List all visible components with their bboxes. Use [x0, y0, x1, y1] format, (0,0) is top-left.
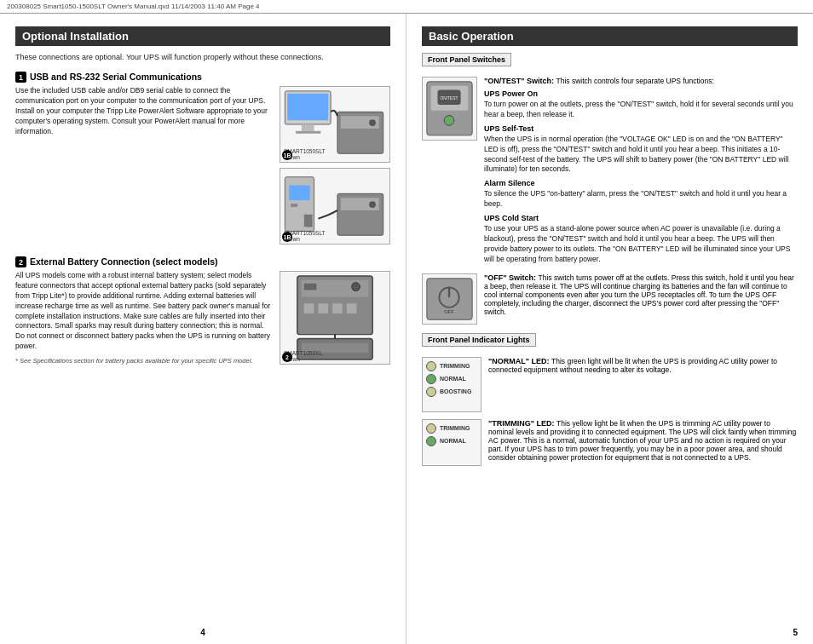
section1-title-text: USB and RS-232 Serial Communications: [30, 72, 202, 82]
svg-point-13: [369, 201, 376, 208]
svg-rect-8: [289, 186, 309, 201]
on-test-intro: This switch controls four separate UPS f…: [556, 77, 714, 85]
section2-title-text: External Battery Connection (select mode…: [30, 256, 218, 267]
device-box-1a: SMART1050SLT shown 1B: [280, 86, 390, 163]
svg-rect-16: [304, 284, 317, 290]
on-test-switch-image: ON/TEST: [422, 77, 477, 141]
on-test-title: "ON/TEST" Switch: This switch controls f…: [484, 77, 798, 85]
off-switch-text: "OFF" Switch: This switch turns power of…: [484, 273, 798, 325]
section2-number: 2: [15, 256, 26, 267]
section1-images: SMART1050SLT shown 1B: [280, 86, 390, 244]
alarm-silence-title: Alarm Silence: [484, 179, 798, 187]
front-panel-switches-label: Front Panel Switches: [422, 53, 511, 66]
section2-title: 2 External Battery Connection (select mo…: [15, 256, 390, 267]
normal-led-label: NORMAL: [440, 376, 466, 382]
trimming-led-title: "TRIMMING" LED: This yellow light be lit…: [488, 419, 798, 462]
svg-rect-18: [304, 303, 314, 313]
section1-body: Use the included USB cable and/or DB9 se…: [15, 86, 390, 244]
svg-text:ON/TEST: ON/TEST: [441, 96, 458, 101]
svg-rect-20: [332, 303, 343, 313]
led-row-normal: NORMAL: [426, 374, 477, 384]
svg-text:OFF: OFF: [444, 308, 454, 313]
trimming-led-label: TRIMMING: [440, 363, 470, 369]
trimming-led-text: "TRIMMING" LED: This yellow light be lit…: [488, 419, 798, 466]
svg-rect-19: [318, 303, 328, 313]
svg-point-29: [444, 116, 454, 126]
section1-text: Use the included USB cable and/or DB9 se…: [15, 86, 273, 244]
front-panel-indicator-container: Front Panel Indicator Lights: [422, 333, 798, 352]
off-switch-image: OFF: [422, 273, 477, 325]
on-test-switch-item: ON/TEST "ON/TEST" Switch: This switch co…: [422, 77, 798, 265]
svg-point-6: [369, 119, 376, 126]
normal-led-text: "NORMAL" LED: This green light will be l…: [488, 357, 798, 412]
ups-self-test-title: UPS Self-Test: [484, 124, 798, 133]
main-content: Optional Installation These connections …: [0, 14, 813, 644]
normal-led-section: TRIMMING NORMAL BOOSTING "NORMAL" LED: T…: [422, 357, 798, 412]
svg-rect-10: [304, 215, 313, 227]
svg-rect-2: [302, 124, 314, 131]
svg-rect-1: [287, 94, 328, 120]
metadata-text: 200308025 Smart1050-1500SLT Owner's Manu…: [7, 3, 260, 10]
off-svg: OFF: [423, 274, 476, 324]
device2-step: 2: [282, 352, 292, 362]
device-box-1b: SMART1050SLT shown 1B: [280, 168, 390, 244]
section2-body: All UPS models come with a robust intern…: [15, 271, 390, 366]
normal-led-label2: NORMAL: [440, 438, 466, 444]
alarm-silence-body: To silence the UPS "on-battery" alarm, p…: [484, 189, 798, 210]
off-switch-item: OFF "OFF" Switch: This switch turns powe…: [422, 273, 798, 325]
ups-power-on-title: UPS Power On: [484, 89, 798, 98]
section-usb-rs232: 1 USB and RS-232 Serial Communications U…: [15, 72, 390, 244]
svg-point-17: [352, 283, 360, 291]
ups-cold-start-title: UPS Cold Start: [484, 214, 798, 222]
right-page: Basic Operation Front Panel Switches ON/…: [406, 14, 813, 644]
boosting-led-label: BOOSTING: [440, 388, 471, 394]
svg-rect-9: [291, 204, 297, 207]
section1-number: 1: [15, 72, 26, 83]
section2-text: All UPS models come with a robust intern…: [15, 271, 273, 366]
boosting-led-circle: [426, 387, 436, 397]
left-page: Optional Installation These connections …: [0, 14, 406, 644]
led-row-trimming2: TRIMMING: [426, 423, 477, 434]
on-test-svg: ON/TEST: [423, 78, 476, 140]
off-switch-title: "OFF" Switch: This switch turns power of…: [484, 273, 798, 316]
trimming-indicator-image: TRIMMING NORMAL: [422, 419, 481, 466]
normal-led-title: "NORMAL" LED: This green light will be l…: [488, 357, 798, 374]
front-panel-switches-container: Front Panel Switches: [422, 53, 798, 72]
svg-rect-3: [296, 131, 320, 134]
ups-self-test-body: When the UPS is in normal operation (the…: [484, 135, 798, 175]
ups-cold-start-body: To use your UPS as a stand-alone power s…: [484, 224, 798, 265]
led-indicator-image: TRIMMING NORMAL BOOSTING: [422, 357, 481, 412]
right-section-header: Basic Operation: [422, 26, 798, 46]
device-box-2: SMART1050XL shown 2: [280, 271, 390, 365]
led-row-trimming: TRIMMING: [426, 361, 477, 371]
section2-images: SMART1050XL shown 2: [280, 271, 390, 366]
trimming-led-circle: [426, 361, 436, 371]
left-page-number: 4: [200, 628, 205, 637]
left-section-header: Optional Installation: [15, 26, 390, 46]
normal-led-circle2: [426, 436, 436, 446]
left-intro-text: These connections are optional. Your UPS…: [15, 53, 390, 61]
section1-title: 1 USB and RS-232 Serial Communications: [15, 72, 390, 83]
trimming-led-section: TRIMMING NORMAL "TRIMMING" LED: This yel…: [422, 419, 798, 466]
on-test-text-block: "ON/TEST" Switch: This switch controls f…: [484, 77, 798, 265]
led-row-boosting: BOOSTING: [426, 387, 477, 397]
section-external-battery: 2 External Battery Connection (select mo…: [15, 256, 390, 366]
svg-rect-21: [347, 303, 357, 313]
device1a-step: 1B: [282, 150, 292, 160]
led-row-normal2: NORMAL: [426, 436, 477, 446]
normal-led-circle: [426, 374, 436, 384]
trimming-led-circle2: [426, 423, 436, 434]
front-panel-indicator-label: Front Panel Indicator Lights: [422, 333, 536, 347]
section2-footnote: * See Specifications section for battery…: [15, 357, 273, 366]
top-metadata-bar: 200308025 Smart1050-1500SLT Owner's Manu…: [0, 0, 813, 14]
device1b-step: 1B: [282, 232, 292, 242]
trimming-led-label2: TRIMMING: [440, 425, 470, 431]
ups-power-on-body: To turn power on at the outlets, press t…: [484, 100, 798, 120]
right-page-number: 5: [793, 628, 798, 637]
